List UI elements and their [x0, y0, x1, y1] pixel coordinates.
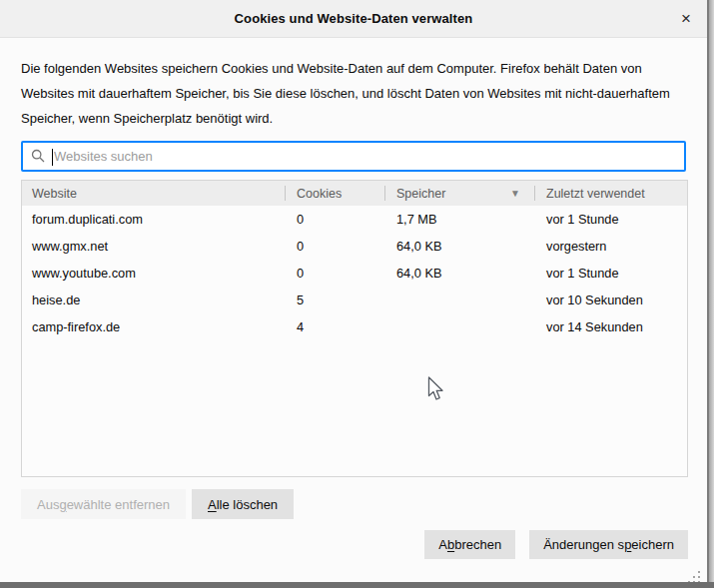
column-header-website[interactable]: Website	[22, 181, 285, 206]
cell-cookies: 5	[285, 287, 384, 313]
table-row[interactable]: www.youtube.com 0 64,0 KB vor 1 Stunde	[22, 260, 687, 287]
dialog-title: Cookies und Website-Daten verwalten	[235, 11, 473, 26]
dialog-description: Die folgenden Websites speichern Cookies…	[21, 56, 688, 131]
remove-selected-button[interactable]: Ausgewählte entfernen	[21, 489, 186, 519]
table-row[interactable]: www.gmx.net 0 64,0 KB vorgestern	[22, 233, 687, 260]
cell-speicher: 64,0 KB	[384, 260, 534, 287]
table-row[interactable]: forum.duplicati.com 0 1,7 MB vor 1 Stund…	[22, 206, 687, 233]
cell-website: forum.duplicati.com	[22, 206, 285, 233]
text-caret	[52, 149, 53, 166]
cancel-button[interactable]: Abbrechen	[424, 530, 515, 559]
table-row[interactable]: camp-firefox.de 4 vor 14 Sekunden	[22, 313, 687, 340]
column-header-zuletzt-verwendet[interactable]: Zuletzt verwendet	[534, 181, 687, 206]
cell-speicher	[384, 313, 534, 340]
dialog-action-buttons: Abbrechen Änderungen speichern	[424, 530, 688, 559]
dialog-titlebar: Cookies und Website-Daten verwalten ×	[0, 0, 707, 38]
cell-cookies: 4	[285, 313, 384, 340]
list-action-buttons: Ausgewählte entfernen Alle löschen	[21, 489, 686, 519]
close-button[interactable]: ×	[673, 6, 699, 32]
cell-speicher: 64,0 KB	[384, 233, 534, 260]
close-icon: ×	[681, 10, 691, 27]
cell-cookies: 0	[285, 260, 384, 287]
cell-zuletzt-verwendet: vor 1 Stunde	[534, 260, 687, 287]
cell-zuletzt-verwendet: vor 1 Stunde	[534, 206, 687, 233]
table-header: Website Cookies Speicher ▼ Zuletzt verwe…	[22, 181, 687, 206]
remove-all-button[interactable]: Alle löschen	[192, 489, 294, 519]
cell-website: www.gmx.net	[22, 233, 285, 260]
dialog-body: Die folgenden Websites speichern Cookies…	[0, 38, 707, 519]
cell-zuletzt-verwendet: vor 14 Sekunden	[534, 313, 687, 340]
save-changes-button[interactable]: Änderungen speichern	[529, 530, 688, 559]
cell-zuletzt-verwendet: vorgestern	[534, 233, 687, 260]
column-header-speicher[interactable]: Speicher ▼	[384, 181, 534, 206]
column-header-cookies[interactable]: Cookies	[285, 181, 384, 206]
cell-zuletzt-verwendet: vor 10 Sekunden	[534, 287, 687, 313]
cell-cookies: 0	[285, 206, 384, 233]
cell-website: camp-firefox.de	[22, 313, 285, 340]
window-edge-right	[709, 0, 714, 582]
sort-descending-icon: ▼	[510, 189, 520, 199]
table-row[interactable]: heise.de 5 vor 10 Sekunden	[22, 287, 687, 313]
screen: Cookies und Website-Daten verwalten × Di…	[0, 0, 714, 588]
cell-website: www.youtube.com	[22, 260, 285, 287]
resize-grip-icon[interactable]	[688, 571, 690, 573]
cell-website: heise.de	[22, 287, 285, 313]
manage-cookies-dialog: Cookies und Website-Daten verwalten × Di…	[0, 0, 709, 582]
search-icon	[31, 149, 45, 163]
cell-cookies: 0	[285, 233, 384, 260]
site-data-table: Website Cookies Speicher ▼ Zuletzt verwe…	[21, 180, 688, 477]
search-input[interactable]	[23, 143, 684, 170]
cell-speicher	[384, 287, 534, 313]
cell-speicher: 1,7 MB	[384, 206, 534, 233]
window-edge-bottom	[0, 582, 714, 588]
search-box[interactable]	[21, 141, 686, 172]
